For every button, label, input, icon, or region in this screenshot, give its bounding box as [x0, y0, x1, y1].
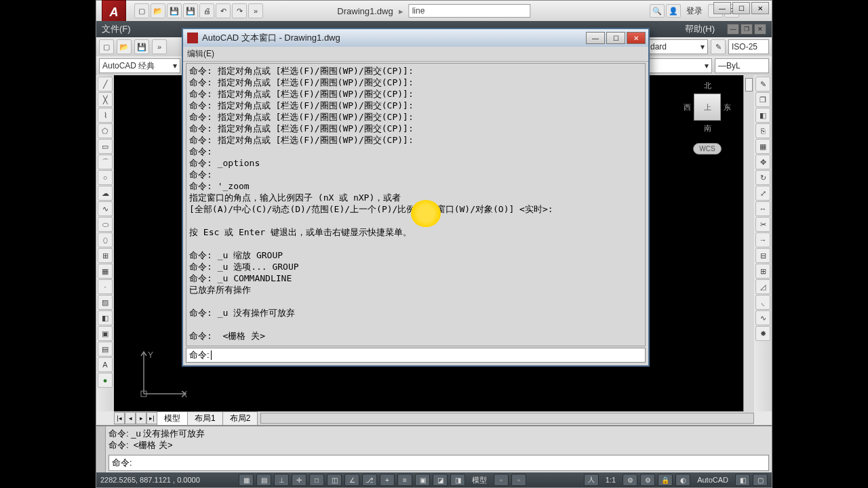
copy-icon[interactable]: ❐ [755, 92, 770, 107]
insert-icon[interactable]: ⊞ [98, 248, 113, 263]
new-icon[interactable]: ▢ [134, 3, 149, 18]
tab-next-icon[interactable]: ▸ [136, 412, 146, 424]
revcloud-icon[interactable]: ☁ [98, 186, 113, 201]
viewcube-east[interactable]: 东 [724, 102, 731, 113]
textwin-edit-menu[interactable]: 编辑(E) [187, 49, 214, 58]
undo-icon[interactable]: ↶ [216, 3, 231, 18]
quickview-layouts-icon[interactable]: ▫ [494, 474, 509, 486]
open-icon[interactable]: 📂 [117, 39, 132, 54]
fillet-icon[interactable]: ◟ [755, 295, 770, 310]
textwin-minimize[interactable]: — [586, 32, 605, 44]
viewcube-top[interactable]: 上 [694, 94, 721, 121]
redo-icon[interactable]: ↷ [232, 3, 247, 18]
sc-icon[interactable]: ◨ [450, 474, 465, 486]
tab-last-icon[interactable]: ▸| [146, 412, 157, 424]
textwin-command-input[interactable]: 命令: [186, 348, 646, 363]
scale-icon[interactable]: ⤢ [755, 186, 770, 201]
brush-icon[interactable]: ✎ [711, 39, 726, 54]
viewcube-west[interactable]: 西 [684, 102, 691, 113]
textwin-close[interactable]: ✕ [627, 32, 646, 44]
rectangle-icon[interactable]: ▭ [98, 139, 113, 154]
minimize-button[interactable]: — [713, 2, 731, 14]
autocad-tray[interactable]: AutoCAD [693, 476, 732, 484]
lock-icon[interactable]: 🔒 [658, 474, 673, 486]
spline-icon[interactable]: ∿ [98, 201, 113, 216]
open-icon[interactable]: 📂 [151, 3, 165, 18]
ducs-icon[interactable]: ⎇ [362, 474, 377, 486]
textwin-history[interactable]: 命令: 指定对角点或 [栏选(F)/圈围(WP)/圈交(CP)]: 命令: 指定… [186, 63, 646, 346]
line-icon[interactable]: ╱ [98, 77, 113, 92]
maximize-button[interactable]: ☐ [732, 2, 750, 14]
circle-icon[interactable]: ○ [98, 170, 113, 185]
mdi-close[interactable]: ✕ [754, 24, 766, 35]
mirror-icon[interactable]: ◧ [755, 108, 770, 123]
more-icon[interactable]: » [152, 39, 167, 54]
scrollbar-thumb[interactable] [745, 78, 753, 92]
lwt-icon[interactable]: ≡ [397, 474, 412, 486]
break-icon[interactable]: ⊟ [755, 248, 770, 263]
table-icon[interactable]: ▤ [98, 342, 113, 357]
ellipse-icon[interactable]: ⬭ [98, 217, 113, 232]
cmd-history[interactable]: 命令: _u 没有操作可放弃 命令: <栅格 关> [108, 428, 769, 451]
menu-file[interactable]: 文件(F) [102, 23, 131, 35]
scale-button[interactable]: 1:1 [601, 476, 620, 484]
extend-icon[interactable]: → [755, 232, 770, 247]
style-combo[interactable]: dard▾ [647, 39, 708, 54]
polygon-icon[interactable]: ⬠ [98, 123, 113, 138]
rotate-icon[interactable]: ↻ [755, 170, 770, 185]
osnap-icon[interactable]: □ [309, 474, 324, 486]
point-icon[interactable]: · [98, 279, 113, 294]
login-label[interactable]: 登录 [686, 5, 703, 17]
tab-layout1[interactable]: 布局1 [187, 411, 223, 425]
tab-first-icon[interactable]: |◂ [114, 412, 125, 424]
explode-icon[interactable]: ✸ [755, 326, 770, 341]
ellipse-arc-icon[interactable]: ⬯ [98, 232, 113, 247]
text-window-titlebar[interactable]: AutoCAD 文本窗口 - Drawing1.dwg — ☐ ✕ [183, 29, 648, 47]
qat-more-icon[interactable]: » [248, 3, 263, 18]
ws-switch-icon[interactable]: ⚙ [640, 474, 655, 486]
offset-icon[interactable]: ⎘ [755, 123, 770, 138]
arc-icon[interactable]: ⌒ [98, 155, 113, 169]
quickview-drawings-icon[interactable]: ▫ [511, 474, 526, 486]
blend-icon[interactable]: ∿ [755, 310, 770, 325]
block-icon[interactable]: ▦ [98, 264, 113, 279]
print-icon[interactable]: 🖨 [199, 3, 214, 18]
pline-icon[interactable]: ⌇ [98, 108, 113, 123]
snap-icon[interactable]: ▦ [239, 474, 254, 486]
mdi-restore[interactable]: ❐ [741, 24, 753, 35]
array-icon[interactable]: ▦ [755, 139, 770, 154]
annoscale-icon[interactable]: 人 [584, 474, 599, 486]
cmd-grip[interactable] [96, 426, 106, 472]
move-icon[interactable]: ✥ [755, 155, 770, 169]
search-icon[interactable]: 🔍 [650, 4, 665, 18]
user-icon[interactable]: 👤 [666, 4, 681, 18]
command-input[interactable]: 命令: [108, 455, 769, 471]
isolate-icon[interactable]: ◧ [735, 474, 750, 486]
otrack-icon[interactable]: ∠ [344, 474, 359, 486]
hardware-icon[interactable]: ◐ [675, 474, 690, 486]
qp-icon[interactable]: ◪ [433, 474, 448, 486]
chamfer-icon[interactable]: ◿ [755, 279, 770, 294]
tab-model[interactable]: 模型 [157, 411, 188, 425]
grid-icon[interactable]: ▤ [256, 474, 271, 486]
mdi-minimize[interactable]: — [727, 24, 739, 35]
save-icon[interactable]: 💾 [134, 39, 149, 54]
gradient-icon[interactable]: ◧ [98, 310, 113, 325]
viewcube-south[interactable]: 南 [684, 123, 731, 134]
dim-combo[interactable]: ISO-25 [728, 39, 769, 54]
annovis-icon[interactable]: ⚙ [623, 474, 637, 486]
close-button[interactable]: ✕ [751, 2, 769, 14]
viewcube-north[interactable]: 北 [684, 81, 731, 91]
modelspace-button[interactable]: 模型 [468, 475, 491, 485]
3dosnap-icon[interactable]: ◫ [327, 474, 342, 486]
mtext-icon[interactable]: A [98, 357, 113, 372]
coordinates[interactable]: 2282.5265, 887.1121 , 0.0000 [100, 476, 236, 484]
saveas-icon[interactable]: 💾 [183, 3, 198, 18]
cleanscreen-icon[interactable]: ▢ [753, 474, 768, 486]
viewport-scrollbar-v[interactable] [743, 75, 754, 411]
new-icon[interactable]: ▢ [99, 39, 114, 54]
dyn-icon[interactable]: + [380, 474, 395, 486]
hatch-icon[interactable]: ▨ [98, 295, 113, 310]
trim-icon[interactable]: ✂ [755, 217, 770, 232]
join-icon[interactable]: ⊞ [755, 264, 770, 279]
